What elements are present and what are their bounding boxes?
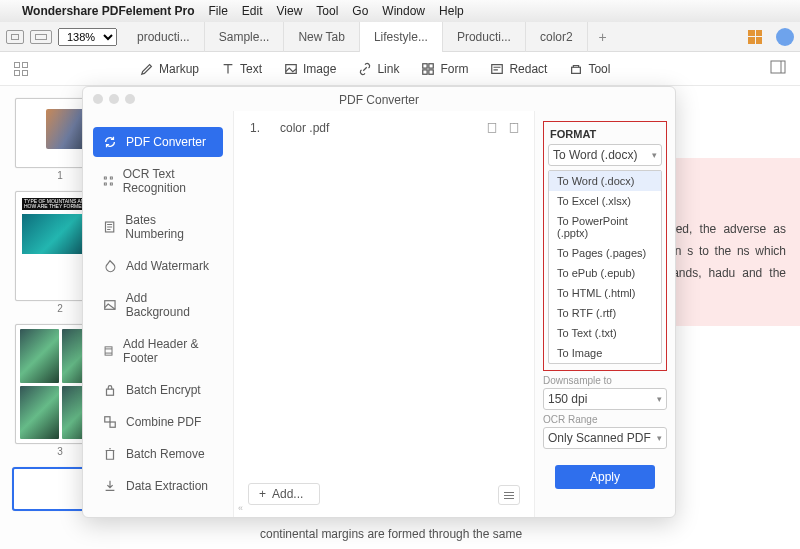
modal-file-list: 1. color .pdf +Add... « [233,111,535,517]
tool-redact[interactable]: Redact [490,62,547,76]
format-option-3[interactable]: To Pages (.pages) [549,243,661,263]
sidebar-combine[interactable]: Combine PDF [93,407,223,437]
layout-dropdown-icon[interactable] [30,30,52,44]
mac-menubar: Wondershare PDFelement Pro File Edit Vie… [0,0,800,22]
tab-5[interactable]: color2 [526,22,588,52]
svg-rect-0 [286,64,297,73]
panel-toggle-icon[interactable] [770,60,786,77]
sidebar-batch-remove[interactable]: Batch Remove [93,439,223,469]
svg-rect-17 [105,417,110,422]
zoom-select[interactable]: 138% [58,28,117,46]
layout-icon[interactable] [6,30,24,44]
tool-form[interactable]: Form [421,62,468,76]
chevron-down-icon: ▾ [657,394,662,404]
svg-rect-5 [492,64,503,73]
svg-rect-7 [771,61,785,73]
format-select[interactable]: To Word (.docx)▾ [548,144,662,166]
svg-rect-11 [104,183,106,185]
tool-tool[interactable]: Tool [569,62,610,76]
downsample-select[interactable]: 150 dpi▾ [543,388,667,410]
sidebar-background[interactable]: Add Background [93,283,223,327]
format-option-4[interactable]: To ePub (.epub) [549,263,661,283]
svg-rect-12 [110,183,112,185]
menu-tool[interactable]: Tool [316,4,338,18]
menu-view[interactable]: View [277,4,303,18]
svg-rect-4 [429,69,433,73]
format-dropdown: To Word (.docx) To Excel (.xlsx) To Powe… [548,170,662,364]
thumbnails-toggle-icon[interactable] [14,62,28,76]
add-button[interactable]: +Add... [248,483,320,505]
menu-edit[interactable]: Edit [242,4,263,18]
format-option-2[interactable]: To PowerPoint (.pptx) [549,211,661,243]
apps-icon[interactable] [748,30,762,44]
format-option-5[interactable]: To HTML (.html) [549,283,661,303]
format-option-7[interactable]: To Text (.txt) [549,323,661,343]
ocr-range-select[interactable]: Only Scanned PDF▾ [543,427,667,449]
file-row-num: 1. [248,121,260,135]
remove-file-icon[interactable] [508,122,520,134]
tool-markup[interactable]: Markup [140,62,199,76]
file-row-name: color .pdf [280,121,329,135]
apply-button[interactable]: Apply [555,465,655,489]
svg-rect-6 [572,67,581,73]
ocr-range-label: OCR Range [543,414,667,425]
chevron-down-icon: ▾ [657,433,662,443]
tools-row: Markup Text Image Link Form Redact Tool [0,52,800,86]
document-toolbar: 138% producti... Sample... New Tab Lifes… [0,22,800,52]
chevron-down-icon: ▾ [652,150,657,160]
list-mode-button[interactable] [498,485,520,505]
svg-rect-2 [429,63,433,67]
menu-go[interactable]: Go [352,4,368,18]
tab-3[interactable]: Lifestyle... [360,22,443,52]
new-tab-button[interactable]: + [588,29,618,45]
page-range-icon[interactable] [486,122,498,134]
svg-rect-16 [107,389,114,395]
svg-rect-9 [104,177,106,179]
file-row[interactable]: 1. color .pdf [248,121,520,135]
sidebar-bates[interactable]: Bates Numbering [93,205,223,249]
sidebar-watermark[interactable]: Add Watermark [93,251,223,281]
tab-1[interactable]: Sample... [205,22,285,52]
svg-rect-3 [423,69,427,73]
sidebar-ocr[interactable]: OCR Text Recognition [93,159,223,203]
svg-rect-19 [488,124,496,133]
tool-link[interactable]: Link [358,62,399,76]
avatar[interactable] [776,28,794,46]
tab-row: producti... Sample... New Tab Lifestyle.… [123,22,618,52]
pdf-converter-modal: PDF Converter PDF Converter OCR Text Rec… [82,86,676,518]
format-label: FORMAT [548,126,662,144]
sidebar-pdf-converter[interactable]: PDF Converter [93,127,223,157]
menu-window[interactable]: Window [382,4,425,18]
modal-title: PDF Converter [83,93,675,107]
sidebar-data-extraction[interactable]: Data Extraction [93,471,223,501]
collapse-hint[interactable]: « [238,503,243,513]
tab-2[interactable]: New Tab [284,22,359,52]
tool-text[interactable]: Text [221,62,262,76]
svg-rect-20 [510,124,518,133]
format-panel: FORMAT To Word (.docx)▾ To Word (.docx) … [535,111,675,517]
svg-rect-10 [110,177,112,179]
menu-help[interactable]: Help [439,4,464,18]
tab-0[interactable]: producti... [123,22,205,52]
doc-fragment: continental margins are formed through t… [260,523,560,545]
sidebar-header-footer[interactable]: Add Header & Footer [93,329,223,373]
format-option-0[interactable]: To Word (.docx) [549,171,661,191]
downsample-label: Downsample to [543,375,667,386]
tool-image[interactable]: Image [284,62,336,76]
format-option-1[interactable]: To Excel (.xlsx) [549,191,661,211]
plus-icon: + [259,487,266,501]
svg-rect-18 [110,422,115,427]
menu-file[interactable]: File [209,4,228,18]
svg-rect-15 [105,347,112,355]
format-option-6[interactable]: To RTF (.rtf) [549,303,661,323]
format-highlight-box: FORMAT To Word (.docx)▾ To Word (.docx) … [543,121,667,371]
sidebar-encrypt[interactable]: Batch Encrypt [93,375,223,405]
svg-rect-1 [423,63,427,67]
modal-sidebar: PDF Converter OCR Text Recognition Bates… [83,111,233,517]
format-option-8[interactable]: To Image [549,343,661,363]
tab-4[interactable]: Producti... [443,22,526,52]
app-title: Wondershare PDFelement Pro [22,4,195,18]
